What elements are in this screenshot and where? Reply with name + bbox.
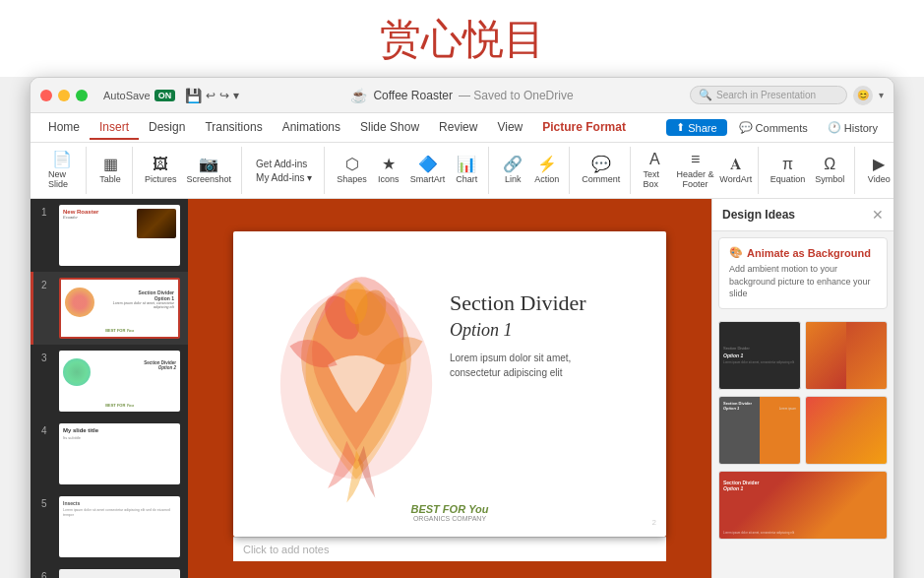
equation-button[interactable]: π Equation [767, 155, 810, 186]
slide-panel[interactable]: 1 New Roaster Ecuador 2 Section DividerO… [31, 199, 188, 578]
group-media: ▶ Video 🎵 Audio [857, 147, 894, 194]
design-ideas-panel: Design Ideas ✕ 🎨 Animate as Background A… [711, 199, 893, 578]
tab-view[interactable]: View [487, 116, 532, 140]
tab-animations[interactable]: Animations [273, 116, 350, 140]
titlebar: AutoSave ON 💾 ↩ ↪ ▾ ☕ Coffee Roaster — S… [31, 78, 893, 113]
thumb1-image [137, 209, 176, 238]
addins-group: Get Add-ins My Add-ins ▾ [250, 158, 318, 184]
animate-background-card[interactable]: 🎨 Animate as Background Add ambient moti… [718, 237, 888, 309]
animate-title: 🎨 Animate as Background [729, 246, 877, 259]
history-button[interactable]: 🕐 History [820, 119, 886, 136]
design-panel-close-button[interactable]: ✕ [872, 207, 884, 223]
headerfooter-button[interactable]: ≡ Header & Footer [672, 150, 717, 191]
save-status: — Saved to OneDrive [459, 89, 574, 102]
profile-avatar[interactable]: 😊 [853, 86, 873, 105]
slide-item-1[interactable]: 1 New Roaster Ecuador [31, 199, 188, 272]
search-box[interactable]: 🔍 Search in Presentation [690, 86, 847, 104]
tab-transitions[interactable]: Transitions [195, 116, 272, 140]
group-illustrations: ⬡ Shapes ★ Icons 🔷 SmartArt 📊 Chart [327, 147, 489, 194]
autosave-badge[interactable]: ON [154, 90, 176, 101]
canvas-subtitle: Option 1 [450, 320, 647, 341]
toolbar-icon-2[interactable]: ↩ [206, 89, 216, 102]
slide-item-2[interactable]: 2 Section DividerOption 1 Lorem ipsum do… [31, 272, 188, 345]
new-slide-button[interactable]: 📄 New Slide [44, 150, 80, 191]
design-panel-header: Design Ideas ✕ [712, 199, 893, 231]
thumb3-title: Section DividerOption 2 [144, 360, 176, 370]
action-icon: ⚡ [537, 157, 557, 172]
tab-slideshow[interactable]: Slide Show [350, 116, 429, 140]
animate-icon: 🎨 [729, 246, 743, 259]
chart-button[interactable]: 📊 Chart [451, 155, 482, 186]
design-thumb-1[interactable]: Section Divider Option 1 Lorem ipsum dol… [718, 321, 801, 390]
design-thumb-5[interactable]: Section DividerOption 1 Lorem ipsum dolo… [718, 471, 888, 540]
toolbar-icon-1[interactable]: 💾 [185, 88, 202, 103]
screenshot-icon: 📷 [199, 157, 218, 172]
table-button[interactable]: ▦ Table [94, 155, 126, 186]
link-button[interactable]: 🔗 Link [497, 155, 528, 186]
slide-item-6[interactable]: 6 [31, 563, 188, 578]
my-addins-button[interactable]: My Add-ins ▾ [250, 171, 318, 184]
tab-design[interactable]: Design [139, 116, 195, 140]
slide-thumbnail-1[interactable]: New Roaster Ecuador [59, 205, 180, 266]
thumb4-title: My slide title [63, 427, 176, 433]
document-title-area: ☕ Coffee Roaster — Saved to OneDrive [350, 88, 573, 103]
tab-insert[interactable]: Insert [90, 116, 139, 140]
wordart-button[interactable]: 𝐀 WordArt [720, 155, 752, 186]
textbox-button[interactable]: A Text Box [639, 150, 670, 191]
titlebar-tools: AutoSave ON 💾 ↩ ↪ ▾ [103, 88, 239, 103]
thumb5-title: Insects [63, 500, 176, 506]
design-thumb-4[interactable] [805, 396, 888, 465]
pictures-button[interactable]: 🖼 Pictures [141, 155, 181, 186]
slide-number-2: 2 [41, 280, 53, 290]
symbol-button[interactable]: Ω Symbol [811, 155, 848, 186]
table-icon: ▦ [103, 157, 118, 172]
slide-item-5[interactable]: 5 Insects Lorem ipsum dolor sit amet con… [31, 490, 188, 563]
slide-thumbnail-3[interactable]: Section DividerOption 2 BEST FOR You [59, 351, 180, 412]
icons-button[interactable]: ★ Icons [373, 155, 404, 186]
slide-number-5: 5 [41, 498, 53, 509]
shapes-button[interactable]: ⬡ Shapes [333, 155, 371, 186]
toolbar-icon-3[interactable]: ↪ [219, 89, 229, 102]
slide-item-3[interactable]: 3 Section DividerOption 2 BEST FOR You [31, 345, 188, 417]
notes-bar[interactable]: Click to add notes [233, 537, 666, 561]
slide-thumbnail-2[interactable]: Section DividerOption 1 Lorem ipsum dolo… [59, 278, 180, 339]
smartart-button[interactable]: 🔷 SmartArt [406, 155, 450, 186]
comments-button[interactable]: 💬 Comments [731, 119, 816, 136]
slide-thumbnail-4[interactable]: My slide title Its subtitle [59, 423, 180, 484]
app-title-area: 赏心悦目 [0, 0, 924, 77]
design-thumb-3[interactable]: Section DividerOption 1 Lorem ipsum [718, 396, 801, 465]
action-button[interactable]: ⚡ Action [530, 155, 563, 186]
symbol-icon: Ω [824, 157, 835, 172]
smartart-icon: 🔷 [418, 157, 438, 172]
canvas-text-area: Section Divider Option 1 Lorem ipsum dol… [450, 290, 647, 380]
thumb1-subtitle: Ecuador [63, 215, 98, 220]
screenshot-button[interactable]: 📷 Screenshot [183, 155, 236, 186]
slide-canvas[interactable]: Section Divider Option 1 Lorem ipsum dol… [233, 231, 666, 537]
tab-review[interactable]: Review [429, 116, 487, 140]
minimize-button[interactable] [58, 90, 70, 101]
profile-dropdown[interactable]: ▾ [879, 90, 884, 100]
design-thumbnails: Section Divider Option 1 Lorem ipsum dol… [712, 315, 893, 546]
video-button[interactable]: ▶ Video [863, 155, 894, 186]
canvas-page-num: 2 [652, 518, 656, 527]
maximize-button[interactable] [76, 90, 88, 101]
get-addins-button[interactable]: Get Add-ins [250, 158, 318, 170]
share-button[interactable]: ⬆ Share [666, 119, 726, 136]
animate-desc: Add ambient motion to your background pi… [729, 263, 877, 300]
design-thumb-2[interactable] [805, 321, 888, 390]
slide-number-4: 4 [41, 425, 53, 436]
group-tables: ▦ Table [89, 147, 133, 194]
link-icon: 🔗 [503, 157, 523, 172]
slide-item-4[interactable]: 4 My slide title Its subtitle [31, 417, 188, 490]
tab-picture-format[interactable]: Picture Format [532, 116, 636, 140]
canvas-area: Section Divider Option 1 Lorem ipsum dol… [188, 199, 711, 578]
slide-thumbnail-6[interactable] [59, 569, 180, 578]
slide-thumbnail-5[interactable]: Insects Lorem ipsum dolor sit amet conse… [59, 496, 180, 557]
equation-icon: π [782, 157, 793, 172]
history-icon: 🕐 [828, 121, 841, 134]
toolbar-icon-4[interactable]: ▾ [233, 89, 239, 102]
tab-home[interactable]: Home [38, 116, 90, 140]
comment-button[interactable]: 💬 Comment [578, 155, 624, 186]
slide-number-1: 1 [41, 207, 53, 218]
close-button[interactable] [40, 90, 52, 101]
